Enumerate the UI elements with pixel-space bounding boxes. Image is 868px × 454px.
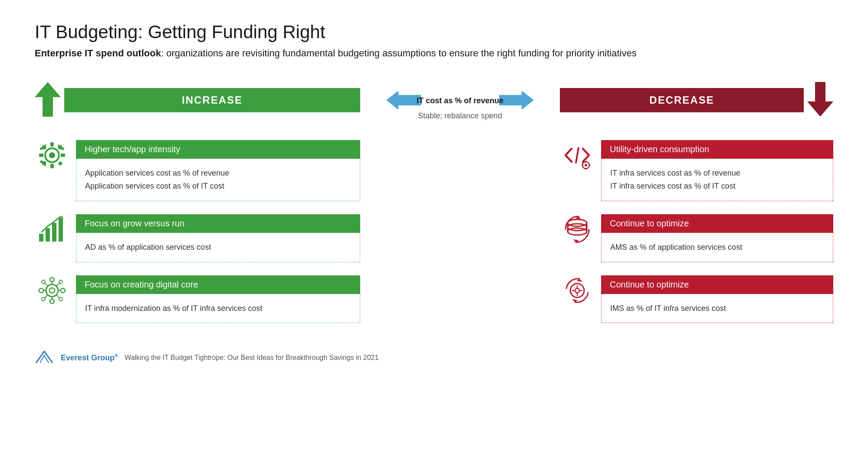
svg-point-27 [50, 278, 54, 282]
svg-point-26 [49, 288, 55, 293]
increase-item-3-label: Focus on creating digital core [76, 275, 360, 294]
svg-point-16 [62, 147, 64, 150]
decrease-banner: DECREASE [560, 88, 804, 112]
svg-rect-10 [58, 161, 62, 166]
svg-rect-5 [39, 154, 43, 157]
svg-point-2 [49, 152, 55, 158]
increase-item-2-body: Focus on grow versus run AD as % of appl… [76, 214, 360, 262]
svg-rect-6 [61, 154, 65, 157]
svg-rect-20 [39, 234, 43, 242]
svg-rect-4 [50, 164, 54, 168]
ams-optimize-icon [560, 214, 595, 245]
increase-item-1-label: Higher tech/app intensity [76, 140, 360, 159]
page-container: IT Budgeting: Getting Funding Right Ente… [0, 0, 868, 454]
increase-item-1-body: Higher tech/app intensity Application se… [76, 140, 360, 201]
svg-point-38 [59, 297, 62, 301]
svg-point-13 [40, 147, 43, 150]
ims-optimize-icon [560, 275, 595, 306]
grow-run-icon [35, 214, 69, 245]
decrease-item-1-content: IT infra services cost as % of revenue I… [601, 159, 833, 201]
increase-item-3-body: Focus on creating digital core IT infra … [76, 275, 360, 323]
svg-point-29 [39, 288, 43, 293]
increase-item-2-label: Focus on grow versus run [76, 214, 360, 233]
svg-marker-43 [386, 91, 398, 110]
increase-item-2-content: AD as % of application services cost [76, 233, 360, 262]
digital-core-icon [35, 275, 69, 306]
increase-header: INCREASE [35, 82, 360, 118]
svg-point-30 [61, 288, 65, 293]
svg-line-40 [56, 283, 59, 286]
svg-point-36 [59, 280, 62, 284]
svg-point-69 [575, 288, 579, 293]
svg-point-28 [50, 299, 54, 304]
svg-marker-44 [522, 91, 534, 110]
svg-marker-0 [35, 82, 61, 117]
decrease-item-3: Continue to optimize IMS as % of IT infr… [560, 275, 833, 323]
utility-icon [560, 140, 595, 170]
svg-line-42 [56, 295, 59, 298]
increase-item-3-content: IT infra modernization as % of IT infra … [76, 294, 360, 323]
svg-line-41 [45, 295, 48, 298]
decrease-item-1-label: Utility-driven consumption [601, 140, 833, 159]
tech-app-icon [35, 140, 69, 170]
footer-brand: Everest Group® [61, 353, 118, 363]
center-arrows: IT cost as % of revenue Stable; rebalanc… [386, 82, 534, 121]
left-column: INCREASE [35, 82, 360, 323]
increase-item-2: Focus on grow versus run AD as % of appl… [35, 214, 360, 262]
decrease-item-1: Utility-driven consumption IT infra serv… [560, 140, 833, 201]
decrease-header: DECREASE [560, 82, 833, 118]
svg-marker-47 [807, 82, 833, 117]
increase-item-1: Higher tech/app intensity Application se… [35, 140, 360, 201]
main-content: INCREASE [35, 82, 833, 323]
page-title: IT Budgeting: Getting Funding Right [35, 22, 833, 42]
decrease-item-2-body: Continue to optimize AMS as % of applica… [601, 214, 833, 262]
increase-item-3: Focus on creating digital core IT infra … [35, 275, 360, 323]
svg-line-48 [576, 148, 579, 163]
decrease-item-1-body: Utility-driven consumption IT infra serv… [601, 140, 833, 201]
increase-banner: INCREASE [64, 88, 360, 112]
svg-rect-22 [52, 223, 56, 242]
svg-point-61 [568, 228, 587, 235]
svg-rect-23 [59, 218, 63, 242]
svg-point-25 [46, 284, 58, 297]
decrease-item-2-content: AMS as % of application services cost [601, 233, 833, 262]
svg-point-37 [42, 297, 45, 301]
decrease-item-3-label: Continue to optimize [601, 275, 833, 294]
everest-group-logo [35, 349, 54, 366]
right-column: DECREASE [560, 82, 833, 323]
svg-rect-21 [46, 228, 50, 242]
svg-line-39 [45, 283, 48, 286]
mountain-icon [35, 349, 54, 364]
footer-text: Walking the IT Budget Tightrope: Our Bes… [125, 354, 378, 362]
green-up-arrow-icon [35, 82, 61, 118]
svg-point-35 [42, 280, 45, 284]
center-title: IT cost as % of revenue [408, 94, 512, 108]
svg-point-50 [585, 164, 587, 167]
footer: Everest Group® Walking the IT Budget Tig… [35, 349, 833, 366]
decrease-item-2: Continue to optimize AMS as % of applica… [560, 214, 833, 262]
decrease-item-3-body: Continue to optimize IMS as % of IT infr… [601, 275, 833, 323]
page-subtitle: Enterprise IT spend outlook: organizatio… [35, 47, 833, 60]
increase-item-1-content: Application services cost as % of revenu… [76, 159, 360, 201]
center-column: IT cost as % of revenue Stable; rebalanc… [360, 82, 560, 121]
center-subtitle: Stable; rebalance spend [418, 111, 502, 121]
svg-point-19 [40, 160, 43, 163]
svg-rect-3 [50, 142, 54, 147]
decrease-item-3-content: IMS as % of IT infra services cost [601, 294, 833, 323]
decrease-item-2-label: Continue to optimize [601, 214, 833, 233]
red-down-arrow-icon [807, 82, 833, 118]
